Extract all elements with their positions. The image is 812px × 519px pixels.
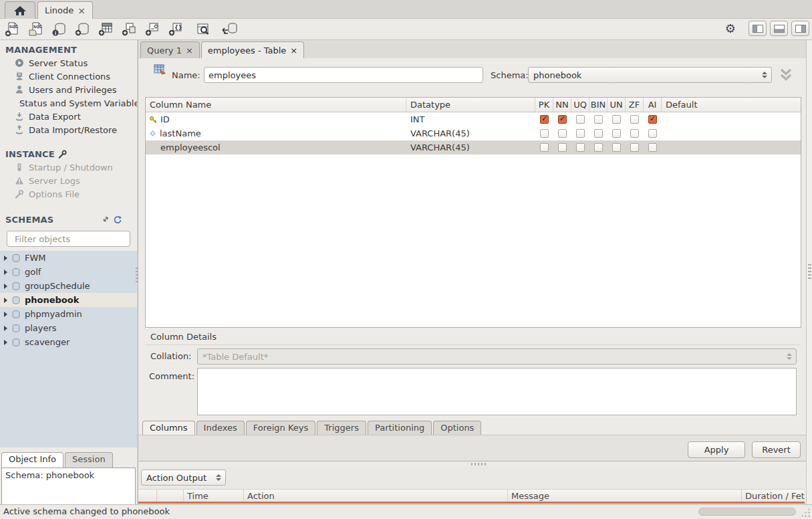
output-selector[interactable]: Action Output: [141, 470, 226, 486]
close-icon[interactable]: ×: [78, 6, 86, 15]
right-panel-splitter[interactable]: [806, 40, 812, 504]
checkbox-un[interactable]: [612, 129, 621, 138]
refresh-schemas-icon[interactable]: [113, 215, 122, 224]
toggle-right-sidebar-button[interactable]: [791, 21, 809, 36]
output-col-time[interactable]: Time: [184, 490, 244, 502]
column-row-lastName[interactable]: lastName VARCHAR(45): [146, 126, 801, 140]
header-datatype[interactable]: Datatype: [406, 98, 535, 112]
collation-select[interactable]: *Table Default*: [197, 348, 797, 365]
column-row-ID[interactable]: ID INT: [146, 112, 801, 126]
splitter-grip[interactable]: [808, 264, 811, 279]
sidebar-item-data-import[interactable]: Data Import/Restore: [0, 123, 137, 136]
schema-item-players[interactable]: players: [0, 321, 137, 335]
checkbox-zf[interactable]: [630, 115, 639, 124]
output-col-action[interactable]: Action: [244, 490, 508, 502]
output-col-message[interactable]: Message: [508, 490, 742, 502]
column-row-employeescol[interactable]: employeescol VARCHAR(45): [146, 140, 801, 154]
checkbox-un[interactable]: [612, 115, 621, 124]
toggle-bottom-panel-button[interactable]: [770, 21, 788, 36]
create-schema-icon[interactable]: [74, 21, 92, 37]
checkbox-pk[interactable]: [540, 115, 549, 124]
schema-item-FWM[interactable]: FWM: [0, 251, 137, 265]
output-col-duration[interactable]: Duration / Fetch: [742, 490, 805, 502]
create-table-icon[interactable]: [98, 21, 115, 37]
tab-query-1[interactable]: Query 1 ×: [140, 41, 200, 58]
checkbox-zf[interactable]: [630, 143, 639, 152]
checkbox-un[interactable]: [612, 143, 621, 152]
sidebar-item-status-variables[interactable]: Status and System Variables: [0, 96, 137, 110]
connection-tab[interactable]: Linode ×: [37, 1, 93, 19]
sidebar-item-server-status[interactable]: Server Status: [0, 56, 137, 70]
header-default[interactable]: Default: [662, 98, 801, 112]
checkbox-nn[interactable]: [558, 129, 567, 138]
tab-partitioning[interactable]: Partitioning: [368, 421, 432, 435]
checkbox-bin[interactable]: [594, 129, 603, 138]
create-function-icon[interactable]: {}: [168, 21, 185, 37]
header-un[interactable]: UN: [607, 98, 626, 112]
checkbox-pk[interactable]: [540, 129, 549, 138]
checkbox-nn[interactable]: [558, 143, 567, 152]
sidebar-item-users-privileges[interactable]: Users and Privileges: [0, 83, 137, 96]
splitter-grip[interactable]: [471, 463, 486, 465]
schema-select[interactable]: phonebook: [528, 67, 772, 83]
checkbox-ai[interactable]: [648, 143, 657, 152]
expander-icon[interactable]: [4, 284, 7, 289]
output-splitter[interactable]: [138, 461, 806, 467]
reconnect-icon[interactable]: [221, 21, 239, 37]
search-data-icon[interactable]: [194, 21, 212, 37]
expand-schemas-icon[interactable]: [101, 215, 110, 224]
comment-textarea[interactable]: [197, 368, 797, 415]
sidebar-item-startup-shutdown[interactable]: Startup / Shutdown: [0, 161, 137, 174]
revert-button[interactable]: Revert: [752, 441, 801, 458]
schema-item-phpmyadmin[interactable]: phpmyadmin: [0, 307, 137, 321]
toggle-left-sidebar-button[interactable]: [749, 21, 767, 36]
header-column-name[interactable]: Column Name: [146, 98, 406, 112]
create-view-icon[interactable]: [121, 21, 138, 37]
schema-item-scavenger[interactable]: scavenger: [0, 335, 137, 349]
inspector-icon[interactable]: i: [51, 21, 68, 37]
expander-icon[interactable]: [4, 270, 7, 275]
checkbox-ai[interactable]: [648, 129, 657, 138]
header-pk[interactable]: PK: [535, 98, 553, 112]
tab-employees-table[interactable]: employees - Table ×: [201, 41, 304, 58]
checkbox-uq[interactable]: [576, 143, 585, 152]
sidebar-item-server-logs[interactable]: Server Logs: [0, 174, 137, 187]
schema-item-phonebook[interactable]: phonebook: [0, 293, 137, 307]
sidebar-item-options-file[interactable]: Options File: [0, 187, 137, 201]
table-name-input[interactable]: [204, 67, 483, 83]
tab-indexes[interactable]: Indexes: [196, 421, 245, 435]
tab-triggers[interactable]: Triggers: [317, 421, 366, 435]
expander-icon[interactable]: [4, 298, 7, 303]
tab-columns[interactable]: Columns: [142, 421, 195, 435]
close-icon[interactable]: ×: [290, 45, 297, 56]
header-zf[interactable]: ZF: [626, 98, 644, 112]
open-sql-script-icon[interactable]: SQL: [27, 21, 45, 37]
tab-object-info[interactable]: Object Info: [1, 452, 63, 468]
new-sql-tab-icon[interactable]: SQL: [4, 21, 21, 37]
checkbox-uq[interactable]: [576, 115, 585, 124]
schema-filter-input[interactable]: [15, 234, 128, 244]
sidebar-item-data-export[interactable]: Data Export: [0, 110, 137, 123]
expander-icon[interactable]: [4, 340, 7, 345]
expander-icon[interactable]: [4, 326, 7, 331]
header-nn[interactable]: NN: [553, 98, 571, 112]
header-ai[interactable]: AI: [644, 98, 662, 112]
checkbox-nn[interactable]: [558, 115, 567, 124]
expander-icon[interactable]: [4, 255, 7, 261]
header-bin[interactable]: BIN: [589, 98, 607, 112]
close-icon[interactable]: ×: [186, 45, 193, 56]
tab-session[interactable]: Session: [65, 452, 113, 468]
checkbox-pk[interactable]: [540, 143, 549, 152]
apply-button[interactable]: Apply: [688, 441, 745, 458]
tab-options[interactable]: Options: [433, 421, 481, 435]
checkbox-zf[interactable]: [630, 129, 639, 138]
create-procedure-icon[interactable]: [144, 21, 162, 37]
home-tab[interactable]: [5, 1, 35, 19]
checkbox-bin[interactable]: [594, 115, 603, 124]
checkbox-ai[interactable]: [648, 115, 657, 124]
sidebar-item-client-connections[interactable]: Client Connections: [0, 70, 137, 83]
schema-item-golf[interactable]: golf: [0, 265, 137, 279]
checkbox-uq[interactable]: [576, 129, 585, 138]
tab-foreign-keys[interactable]: Foreign Keys: [246, 421, 316, 435]
header-uq[interactable]: UQ: [571, 98, 589, 112]
